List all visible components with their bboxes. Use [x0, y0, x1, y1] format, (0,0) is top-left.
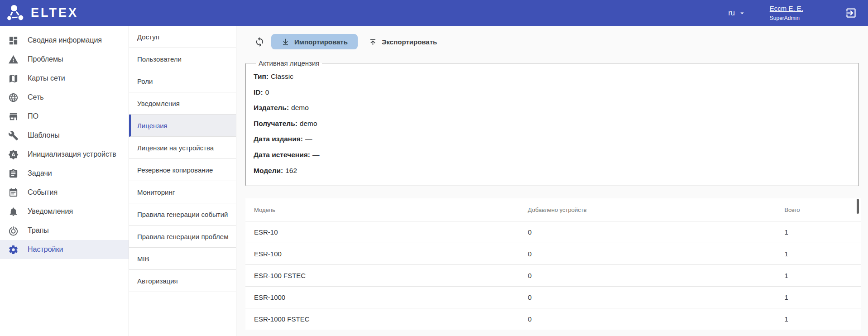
submenu-item-label: Резервное копирование: [137, 166, 213, 174]
sidebar-item-templates[interactable]: Шаблоны: [0, 126, 129, 145]
submenu-item-license[interactable]: Лицензия: [129, 115, 236, 137]
cell-total: 1: [784, 315, 861, 323]
sidebar-item-label: События: [28, 188, 58, 197]
settings-submenu: Доступ Пользователи Роли Уведомления Лиц…: [129, 26, 236, 336]
main-sidebar: Сводная информация Проблемы Карты сети С…: [0, 26, 129, 336]
sidebar-item-settings[interactable]: Настройки: [0, 240, 129, 259]
submenu-item-authorization[interactable]: Авторизация: [129, 270, 236, 292]
import-button-label: Импортировать: [294, 38, 348, 46]
logout-button[interactable]: [845, 7, 857, 19]
download-icon: [281, 38, 290, 46]
submenu-item-monitoring[interactable]: Мониторинг: [129, 181, 236, 203]
submenu-item-problem-rules[interactable]: Правила генерации проблем: [129, 226, 236, 248]
sidebar-item-label: Сводная информация: [28, 36, 102, 44]
table-header-row: Модель Добавлено устройств Всего: [245, 198, 861, 221]
submenu-item-label: Роли: [137, 77, 153, 85]
submenu-item-device-licenses[interactable]: Лицензии на устройства: [129, 137, 236, 159]
cell-added: 0: [528, 315, 785, 323]
cell-total: 1: [784, 272, 861, 279]
cell-model: ESR-1000: [245, 293, 528, 301]
submenu-item-label: MIB: [137, 255, 149, 263]
export-button-label: Экспортировать: [382, 38, 437, 46]
license-field-issue-date: Дата издания:—: [254, 131, 851, 147]
submenu-item-event-rules[interactable]: Правила генерации событий: [129, 203, 236, 226]
header-right: ru Eccm E. E. SuperAdmin: [729, 5, 857, 21]
table-row: ESR-1000 FSTEC 0 1: [245, 308, 861, 330]
refresh-icon: [254, 37, 265, 47]
column-header-added: Добавлено устройств: [528, 206, 785, 213]
sidebar-item-tasks[interactable]: Задачи: [0, 164, 129, 183]
upload-icon: [369, 38, 377, 46]
store-icon: [8, 111, 19, 122]
column-header-model: Модель: [245, 206, 528, 213]
cell-model: ESR-1000 FSTEC: [245, 315, 528, 323]
language-value: ru: [729, 9, 735, 17]
user-role: SuperAdmin: [770, 15, 803, 21]
sidebar-item-network-maps[interactable]: Карты сети: [0, 69, 129, 88]
table-row: ESR-1000 0 1: [245, 286, 861, 308]
dashboard-icon: [8, 35, 19, 46]
submenu-item-notifications[interactable]: Уведомления: [129, 92, 236, 115]
logout-icon: [845, 7, 857, 19]
user-name-link[interactable]: Eccm E. E.: [770, 5, 803, 12]
active-license-legend: Активная лицензия: [256, 59, 322, 67]
cell-added: 0: [528, 250, 785, 258]
sidebar-item-label: Проблемы: [28, 55, 63, 63]
column-header-total: Всего: [784, 206, 861, 213]
submenu-item-label: Правила генерации событий: [137, 211, 228, 218]
license-field-type: Тип:Classic: [254, 69, 851, 85]
sidebar-item-notifications[interactable]: Уведомления: [0, 202, 129, 221]
eltex-logo[interactable]: ELTEX: [6, 4, 78, 22]
submenu-item-label: Доступ: [137, 33, 159, 41]
sidebar-item-label: ПО: [28, 112, 38, 120]
sidebar-item-software[interactable]: ПО: [0, 107, 129, 126]
import-button[interactable]: Импортировать: [271, 34, 358, 49]
sidebar-item-label: Настройки: [28, 245, 63, 254]
content-area: Импортировать Экспортировать Активная ли…: [236, 26, 868, 336]
eltex-molecule-icon: [6, 4, 26, 22]
license-field-recipient: Получатель:demo: [254, 116, 851, 132]
sidebar-item-network[interactable]: Сеть: [0, 88, 129, 107]
active-license-fieldset: Активная лицензия Тип:Classic ID:0 Издат…: [245, 59, 859, 186]
auto-badge-icon: [8, 149, 19, 160]
cell-total: 1: [784, 250, 861, 258]
refresh-button[interactable]: [254, 37, 265, 47]
wrench-icon: [8, 130, 19, 141]
globe-icon: [8, 92, 19, 103]
cell-added: 0: [528, 272, 785, 279]
submenu-item-access[interactable]: Доступ: [129, 26, 236, 48]
license-field-expiry-date: Дата истечения:—: [254, 147, 851, 163]
cell-total: 1: [784, 293, 861, 301]
submenu-item-label: Правила генерации проблем: [137, 233, 229, 240]
clipboard-icon: [8, 168, 19, 179]
cell-total: 1: [784, 228, 861, 236]
cell-added: 0: [528, 293, 785, 301]
sidebar-item-label: Трапы: [28, 226, 49, 235]
sidebar-item-problems[interactable]: Проблемы: [0, 50, 129, 69]
license-field-issuer: Издатель:demo: [254, 100, 851, 116]
submenu-item-roles[interactable]: Роли: [129, 70, 236, 92]
sidebar-item-device-init[interactable]: Инициализация устройств: [0, 145, 129, 164]
submenu-item-mib[interactable]: MIB: [129, 248, 236, 270]
sidebar-item-label: Шаблоны: [28, 131, 60, 139]
license-toolbar: Импортировать Экспортировать: [236, 26, 868, 49]
license-field-models: Модели:162: [254, 163, 851, 179]
sidebar-item-events[interactable]: События: [0, 183, 129, 202]
language-selector[interactable]: ru: [729, 9, 746, 17]
submenu-item-backup[interactable]: Резервное копирование: [129, 159, 236, 181]
submenu-item-label: Мониторинг: [137, 188, 175, 196]
submenu-item-users[interactable]: Пользователи: [129, 48, 236, 70]
traps-icon: [8, 226, 19, 236]
export-button[interactable]: Экспортировать: [361, 34, 444, 49]
sidebar-item-label: Инициализация устройств: [28, 150, 116, 158]
cell-model: ESR-10: [245, 228, 528, 236]
license-field-id: ID:0: [254, 85, 851, 101]
table-row: ESR-10 0 1: [245, 221, 861, 243]
warning-icon: [8, 54, 19, 65]
calendar-icon: [8, 187, 19, 198]
sidebar-item-summary[interactable]: Сводная информация: [0, 31, 129, 50]
brand-name: ELTEX: [31, 7, 78, 19]
submenu-item-label: Авторизация: [137, 277, 178, 285]
table-scrollbar-thumb[interactable]: [857, 199, 859, 214]
sidebar-item-traps[interactable]: Трапы: [0, 221, 129, 240]
